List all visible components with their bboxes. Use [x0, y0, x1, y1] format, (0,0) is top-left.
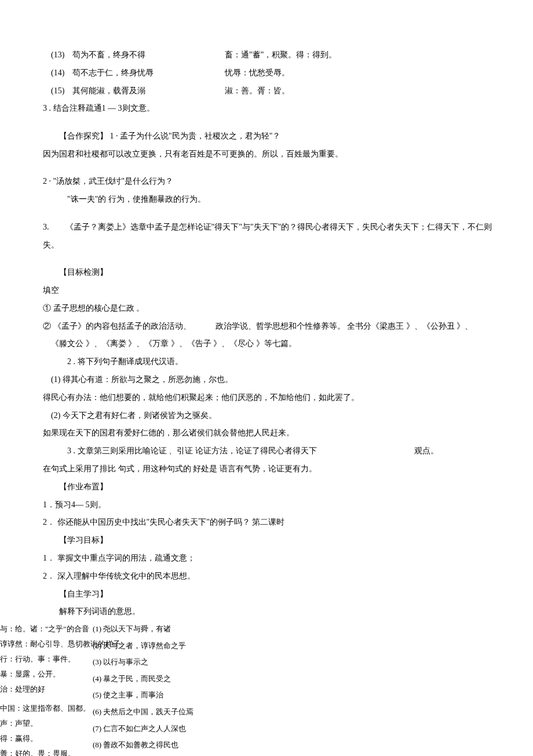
note-left-6: 中国：这里指帝都、国都。 [0, 700, 90, 717]
vocab-item-13: (13) 苟为不畜，终身不得 畜：通"蓄"，积聚。得：得到。 [35, 46, 498, 64]
note-right-4: (4) 暴之于民，而民受之 [35, 671, 498, 688]
note-right-5: (5) 使之主事，而事治 [35, 687, 498, 704]
coop-answer-1: 因为国君和社稷都可以改立更换，只有老百姓是不可更换的。所以，百姓最为重要。 [35, 146, 498, 163]
translate-1: (1) 得其心有道：所欲与之聚之，所恶勿施，尔也。 [35, 371, 498, 389]
note-right-9: (9) 善政，民畏之 [35, 754, 498, 756]
self-study-task: 解释下列词语的意思。 [35, 603, 498, 621]
translate-1-ans: 得民心有办法：他们想要的，就给他们积聚起来；他们厌恶的，不加给他们，如此罢了。 [35, 389, 498, 407]
note-left-1: 与：给。诸："之乎"的合音 [0, 621, 89, 638]
note-left-9: 善：好的。畏：畏服。 [0, 746, 75, 756]
self-study-title: 【自主学习】 [35, 586, 498, 604]
homework-2: 2． 你还能从中国历史中找出"失民心者失天下"的例子吗？ 第二课时 [35, 514, 498, 532]
coop-inquiry-title: 【合作探究】 1 · 孟子为什么说"民为贵，社稷次之，君为轻"？ [35, 128, 498, 146]
vocab-overlap-block: 与：给。诸："之乎"的合音 谆谆然：耐心引导、恳切教诲的样子。 行：行动。事：事… [35, 621, 498, 756]
note-right-7: (7) 仁言不如仁声之人人深也 [35, 721, 498, 737]
note-right-3: (3) 以行与事示之 [35, 654, 498, 671]
note-left-5: 治：处理的好 [0, 681, 45, 698]
answer-2: "诛一夫"的 行为，使推翻暴政的行为。 [35, 191, 498, 209]
goal-2-2: 2． 深入理解中华传统文化中的民本思想。 [35, 568, 498, 586]
fill-2c: 《滕文公 》、《离娄 》、《万章 》、《告子 》、《尽心 》等七篇。 [35, 335, 498, 353]
translate-title: 2 . 将下列句子翻译成现代汉语。 [35, 353, 498, 371]
note-left-3: 行：行动。事：事件。 [0, 651, 75, 668]
question-2: 2 · "汤放桀，武王伐纣"是什么行为？ [35, 173, 498, 191]
fill-2a: ② 《孟子》的内容包括孟子的政治活动、 政治学说、哲学思想和个性修养等。 全书分… [35, 318, 498, 336]
note-left-4: 暴：显露，公开。 [0, 666, 60, 683]
translate-2-ans: 如果现在天下的国君有爱好仁德的，那么诸侯们就会替他把人民赶来。 [35, 424, 498, 442]
vocab-item-14: (14) 苟不志于仁，终身忧辱 忧辱：忧愁受辱。 [35, 64, 498, 82]
fill-1: ① 孟子思想的核心是仁政 。 [35, 300, 498, 318]
note-left-8: 得：赢得。 [0, 730, 38, 747]
note-right-8: (8) 善政不如善教之得民也 [35, 737, 498, 754]
vocab-item-15: (15) 其何能淑，载胥及溺 淑：善。胥：皆。 [35, 82, 498, 100]
homework-title: 【作业布置】 [35, 478, 498, 496]
note-left-7: 声：声望。 [0, 715, 38, 732]
goal-check-title: 【目标检测】 [35, 264, 498, 282]
note-right-1: (1) 尧以天下与舜，有诸 [35, 621, 498, 638]
task-3b: 在句式上采用了排比 句式，用这种句式的 好处是 语言有气势，论证更有力。 [35, 460, 498, 478]
translate-2: (2) 今天下之君有好仁者，则诸侯皆为之驱矣。 [35, 407, 498, 425]
question-3: 3. 《孟子？离娄上》选章中孟子是怎样论证"得天下"与"失天下"的？得民心者得天… [35, 219, 498, 255]
goal-2-title: 【学习目标】 [35, 532, 498, 550]
goal-2-1: 1． 掌握文中重点字词的用法，疏通文意； [35, 550, 498, 568]
task-3: 3 . 结合注释疏通1 — 3则文意。 [35, 100, 498, 118]
task-3-method: 3 . 文章第三则采用比喻论证 、引证 论证方法，论证了得民心者得天下观点。 [35, 442, 498, 460]
homework-1: 1．预习4— 5则。 [35, 496, 498, 514]
fill-title: 填空 [35, 282, 498, 300]
note-right-6: (6) 夫然后之中国，践天子位焉 [35, 704, 498, 721]
note-left-2: 谆谆然：耐心引导、恳切教诲的样子。 [0, 636, 128, 653]
